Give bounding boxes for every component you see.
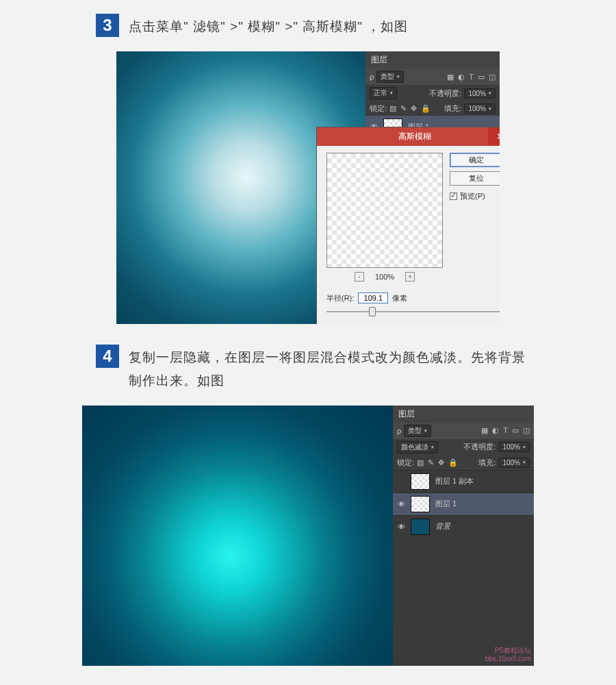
slider-thumb[interactable] <box>369 307 376 316</box>
filter-type-dropdown[interactable]: 类型▾ <box>404 425 431 437</box>
filter-shape-icon[interactable]: ▭ <box>512 426 519 435</box>
layers-panel: 图层 ρ 类型▾ ▦ ◐ T ▭ ◫ 正常▾ <box>365 51 500 138</box>
opacity-label: 不透明度: <box>463 442 496 452</box>
filter-adjust-icon[interactable]: ◐ <box>492 426 499 435</box>
zoom-value: 100% <box>375 273 394 281</box>
preview-area <box>326 153 443 268</box>
layer-row[interactable]: 图层 1 副本 <box>393 470 534 493</box>
zoom-out-button[interactable]: - <box>355 272 364 282</box>
chevron-down-icon: ▾ <box>489 90 491 96</box>
lock-all-icon[interactable]: 🔒 <box>448 458 458 467</box>
radius-unit: 像素 <box>392 293 407 303</box>
layers-panel-title: 图层 <box>393 406 534 423</box>
filter-type-icon[interactable]: T <box>469 73 474 82</box>
dialog-title: 高斯模糊 ✕ <box>317 127 500 146</box>
filter-smart-icon[interactable]: ◫ <box>523 426 530 435</box>
screenshot-color-dodge: 图层 ρ 类型▾ ▦ ◐ T ▭ ◫ 颜色减 <box>82 406 534 666</box>
radius-input[interactable]: 109.1 <box>358 292 388 303</box>
gaussian-blur-dialog: 高斯模糊 ✕ - 100% + 确定 <box>316 127 500 324</box>
step-number-4: 4 <box>96 345 119 368</box>
filter-type-dropdown[interactable]: 类型▾ <box>376 71 404 83</box>
ok-button[interactable]: 确定 <box>450 153 500 167</box>
preview-checkbox-label: 预览(P) <box>460 191 485 201</box>
lock-brush-icon[interactable]: ✎ <box>400 104 407 113</box>
visibility-icon[interactable]: 👁 <box>397 500 405 508</box>
fill-value[interactable]: 100%▾ <box>464 103 496 114</box>
radius-slider[interactable] <box>326 306 500 317</box>
filter-shape-icon[interactable]: ▭ <box>478 73 485 82</box>
preview-checkbox[interactable] <box>450 192 457 200</box>
lock-transparency-icon[interactable]: ▨ <box>389 104 396 113</box>
opacity-value[interactable]: 100%▾ <box>498 442 530 452</box>
chevron-down-icon: ▾ <box>431 445 434 450</box>
chevron-down-icon: ▾ <box>523 460 526 465</box>
screenshot-gaussian-blur: 图层 ρ 类型▾ ▦ ◐ T ▭ ◫ 正常▾ <box>116 51 500 324</box>
reset-button[interactable]: 复位 <box>450 171 500 186</box>
fill-label: 填充: <box>444 103 461 114</box>
filter-pixel-icon[interactable]: ▦ <box>447 73 454 82</box>
blend-mode-dropdown[interactable]: 颜色减淡▾ <box>397 441 438 453</box>
lock-brush-icon[interactable]: ✎ <box>428 458 434 467</box>
lock-move-icon[interactable]: ✥ <box>411 104 417 113</box>
filter-type-icon[interactable]: T <box>503 426 508 435</box>
lock-transparency-icon[interactable]: ▨ <box>417 458 424 467</box>
filter-pixel-icon[interactable]: ▦ <box>481 426 488 435</box>
filter-adjust-icon[interactable]: ◐ <box>458 73 465 82</box>
layer-thumbnail <box>411 519 430 535</box>
layers-panel-title: 图层 <box>365 51 500 68</box>
filter-label: ρ <box>370 73 374 81</box>
filter-smart-icon[interactable]: ◫ <box>489 73 496 82</box>
lock-all-icon[interactable]: 🔒 <box>421 104 431 113</box>
chevron-down-icon: ▾ <box>390 90 393 96</box>
zoom-in-button[interactable]: + <box>405 272 415 282</box>
lock-move-icon[interactable]: ✥ <box>438 458 444 467</box>
layer-thumbnail <box>411 473 430 490</box>
layer-row[interactable]: 👁 图层 1 <box>393 493 534 515</box>
filter-label: ρ <box>397 427 401 435</box>
layer-thumbnail <box>411 496 430 512</box>
layer-row[interactable]: 👁 背景 <box>393 515 534 538</box>
step-number-3: 3 <box>96 14 119 37</box>
lock-label: 锁定: <box>397 458 414 468</box>
chevron-down-icon: ▾ <box>397 74 400 79</box>
chevron-down-icon: ▾ <box>424 428 427 434</box>
fill-value[interactable]: 100%▾ <box>498 458 530 468</box>
chevron-down-icon: ▾ <box>489 106 491 112</box>
visibility-icon[interactable]: 👁 <box>397 523 405 531</box>
radius-label: 半径(R): <box>326 293 354 303</box>
layer-name: 背景 <box>435 521 450 532</box>
chevron-down-icon: ▾ <box>523 445 526 450</box>
opacity-label: 不透明度: <box>429 88 461 99</box>
layers-panel: 图层 ρ 类型▾ ▦ ◐ T ▭ ◫ 颜色减 <box>393 406 534 666</box>
fill-label: 填充: <box>478 458 496 468</box>
lock-label: 锁定: <box>370 103 387 114</box>
step-text-3: 点击菜单" 滤镜" >" 模糊" >" 高斯模糊" ，如图 <box>129 14 408 38</box>
watermark: PS教程论坛 bbs.16xx8.com <box>485 647 531 663</box>
step-text-4: 复制一层隐藏，在图层一将图层混合模式改为颜色减淡。先将背景制作出来。如图 <box>129 345 527 392</box>
layer-name: 图层 1 副本 <box>435 476 474 486</box>
canvas <box>82 406 393 666</box>
layer-name: 图层 1 <box>435 499 457 509</box>
blend-mode-dropdown[interactable]: 正常▾ <box>370 87 397 99</box>
close-icon[interactable]: ✕ <box>488 127 500 145</box>
opacity-value[interactable]: 100%▾ <box>464 88 496 99</box>
